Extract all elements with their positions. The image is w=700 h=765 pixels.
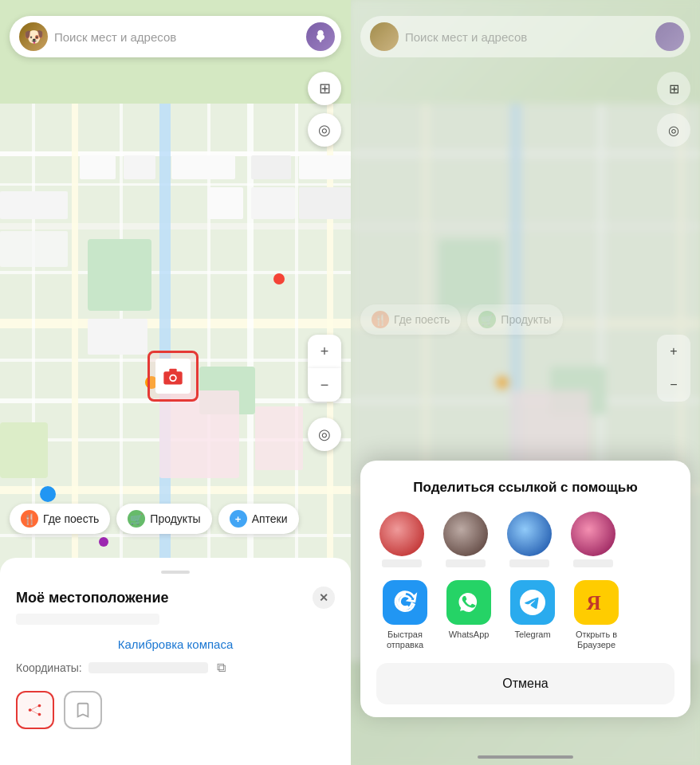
- svg-rect-43: [169, 369, 176, 373]
- contact-name-3: [509, 559, 549, 567]
- whatsapp-icon: [446, 580, 491, 625]
- search-bar[interactable]: 🐶 Поиск мест и адресов: [10, 16, 341, 57]
- zoom-out-button[interactable]: −: [308, 368, 341, 402]
- svg-rect-20: [88, 239, 151, 311]
- categories-right: 🍴 Где поесть 🛒 Продукты: [351, 304, 700, 335]
- location-right: ◎: [657, 113, 690, 147]
- contact-avatar-3: [507, 512, 552, 556]
- svg-rect-23: [0, 191, 68, 219]
- sheet-subtitle: [16, 614, 159, 625]
- bookmark-button[interactable]: [64, 691, 102, 729]
- yandex-icon: Я: [574, 580, 619, 625]
- svg-point-42: [171, 375, 175, 380]
- svg-rect-35: [255, 406, 303, 470]
- layers-right: ⊞: [657, 72, 690, 105]
- camera-marker: [147, 351, 199, 402]
- contact-item[interactable]: [504, 512, 555, 567]
- svg-rect-25: [124, 155, 155, 179]
- food-icon: 🍴: [21, 510, 38, 528]
- zoom-in-right: +: [657, 335, 690, 368]
- contact-name-2: [446, 559, 486, 567]
- sheet-title-text: Моё местоположение: [16, 590, 169, 606]
- svg-rect-28: [299, 155, 351, 179]
- coords-value: [88, 662, 208, 673]
- user-avatar: 🐶: [19, 22, 48, 51]
- svg-point-38: [99, 537, 108, 547]
- zoom-in-button[interactable]: +: [308, 335, 341, 368]
- search-bar-right: Поиск мест и адресов: [360, 16, 690, 57]
- sheet-title-row: Моё местоположение ✕: [16, 586, 335, 609]
- contact-avatar-1: [379, 512, 424, 556]
- svg-rect-24: [80, 155, 116, 179]
- coords-row: Координаты: ⧉: [16, 661, 335, 675]
- whatsapp-label: WhatsApp: [449, 630, 490, 640]
- yandex-label: Открыть вБраузере: [576, 630, 617, 650]
- share-title: Поделиться ссылкой с помощью: [376, 480, 674, 496]
- telegram-icon: [510, 580, 555, 625]
- search-text-right: Поиск мест и адресов: [405, 30, 649, 44]
- pharmacy-icon: +: [230, 510, 247, 528]
- categories-bar: 🍴 Где поесть 🛒 Продукты + Аптеки: [0, 504, 351, 534]
- cancel-button[interactable]: Отмена: [376, 663, 674, 704]
- food-label: Где поесть: [43, 512, 99, 525]
- alice-right: [655, 22, 684, 51]
- sheet-handle: [161, 571, 190, 574]
- contact-name-1: [382, 559, 422, 567]
- svg-rect-22: [0, 422, 48, 478]
- category-grocery[interactable]: 🛒 Продукты: [116, 504, 211, 534]
- svg-rect-26: [171, 155, 235, 179]
- svg-rect-27: [251, 155, 291, 179]
- close-button[interactable]: ✕: [313, 586, 335, 609]
- apps-row: Быстраяотправка WhatsApp Telegram: [376, 580, 674, 650]
- right-panel: Поиск мест и адресов ⊞ ◎ + − 🍴 Где поест…: [351, 0, 700, 765]
- coords-label: Координаты:: [16, 661, 82, 674]
- category-right-food: 🍴 Где поесть: [360, 304, 461, 335]
- calibrate-link[interactable]: Калибровка компаса: [16, 638, 335, 651]
- zoom-out-right: −: [657, 368, 690, 402]
- svg-rect-29: [0, 231, 68, 267]
- sheet-actions: [16, 691, 335, 729]
- svg-point-39: [273, 273, 285, 284]
- category-right-grocery: 🛒 Продукты: [467, 304, 562, 335]
- contact-item[interactable]: [568, 512, 619, 567]
- pharmacy-label: Аптеки: [252, 512, 288, 525]
- app-whatsapp[interactable]: WhatsApp: [440, 580, 497, 650]
- grocery-label: Продукты: [150, 512, 200, 525]
- left-panel: 🐶 Поиск мест и адресов ⊞ ◎ + − ◎ 🍴 Где п…: [0, 0, 351, 765]
- share-sheet: Поделиться ссылкой с помощью: [360, 461, 690, 717]
- contact-item[interactable]: [440, 512, 491, 567]
- camera-icon: [155, 359, 191, 394]
- home-indicator-right: [478, 755, 573, 759]
- location-button[interactable]: ◎: [308, 113, 341, 147]
- telegram-label: Telegram: [514, 630, 550, 640]
- bottom-sheet: Моё местоположение ✕ Калибровка компаса …: [0, 558, 351, 765]
- search-placeholder: Поиск мест и адресов: [54, 30, 300, 44]
- contacts-row: [376, 512, 674, 567]
- copy-icon[interactable]: ⧉: [214, 661, 229, 675]
- svg-text:Я: Я: [586, 592, 600, 614]
- svg-rect-32: [251, 187, 295, 219]
- contact-item[interactable]: [376, 512, 427, 567]
- svg-rect-30: [88, 319, 147, 355]
- app-telegram[interactable]: Telegram: [504, 580, 561, 650]
- category-food[interactable]: 🍴 Где поесть: [10, 504, 110, 534]
- category-pharmacy[interactable]: + Аптеки: [218, 504, 299, 534]
- contact-avatar-4: [571, 512, 615, 556]
- layers-button[interactable]: ⊞: [308, 72, 341, 105]
- quick-send-label: Быстраяотправка: [387, 630, 423, 650]
- app-yandex-browser[interactable]: Я Открыть вБраузере: [568, 580, 625, 650]
- svg-point-36: [40, 486, 56, 502]
- contact-name-4: [573, 559, 613, 567]
- share-button[interactable]: [16, 691, 54, 729]
- quick-send-icon: [383, 580, 427, 625]
- contact-avatar-2: [443, 512, 488, 556]
- svg-rect-34: [159, 390, 239, 478]
- svg-rect-31: [207, 187, 243, 219]
- alice-button[interactable]: [306, 22, 335, 51]
- avatar-right: [370, 22, 399, 51]
- svg-rect-33: [299, 187, 351, 219]
- compass-button[interactable]: ◎: [308, 418, 341, 451]
- app-quick-send[interactable]: Быстраяотправка: [376, 580, 434, 650]
- grocery-icon: 🛒: [128, 510, 145, 528]
